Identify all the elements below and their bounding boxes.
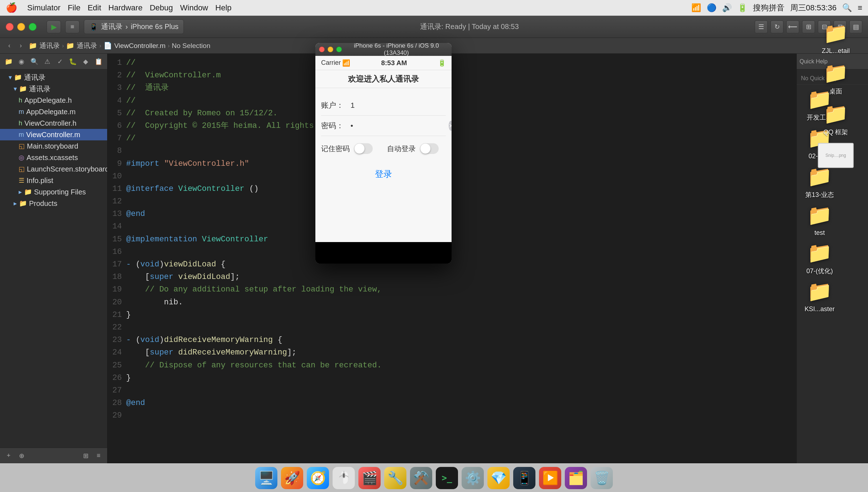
dock-settings[interactable]: ⚙️: [462, 467, 484, 489]
desktop-folder-zjl[interactable]: 📁 ZJL...etail: [814, 21, 857, 55]
symbol-icon[interactable]: ◉: [16, 57, 27, 67]
dock-mousepose[interactable]: 🖱️: [333, 467, 355, 489]
filter-button[interactable]: ⊕: [16, 451, 27, 461]
code-content[interactable]: // // ViewController.m // 通讯录 // // Crea…: [126, 57, 796, 460]
video-icon: 🎬: [362, 471, 378, 486]
dock-finder[interactable]: 🖥️: [255, 467, 277, 489]
nav-item-products[interactable]: ▸ 📁 Products: [0, 198, 107, 209]
nav-item-group[interactable]: ▾ 📁 通讯录: [0, 83, 107, 95]
add-file-button[interactable]: +: [4, 451, 14, 461]
battery-icon: 🔋: [738, 3, 747, 13]
control-center-icon[interactable]: ≡: [858, 3, 862, 13]
dock-app1[interactable]: 📱: [513, 467, 535, 489]
search-icon[interactable]: 🔍: [842, 3, 852, 13]
desktop-right-area: 📁 ZJL...etail 📁 桌面 📁 QQ 框架 Snip....png: [803, 16, 868, 463]
simulator-title: iPhone 6s - iPhone 6s / iOS 9.0 (13A340): [345, 43, 448, 57]
menu-hardware[interactable]: Hardware: [108, 3, 142, 13]
dock-trash[interactable]: 🗑️: [591, 467, 613, 489]
menu-window[interactable]: Window: [180, 3, 208, 13]
list-view-button[interactable]: ≡: [94, 451, 104, 461]
input-method[interactable]: 搜狗拼音: [753, 3, 784, 13]
products-expand-icon: ▸: [14, 199, 17, 207]
menu-debug[interactable]: Debug: [150, 3, 173, 13]
minimize-button[interactable]: [17, 23, 25, 31]
nav-forward-button[interactable]: ›: [16, 41, 26, 51]
nav-item-launchscreen[interactable]: ◱ LaunchScreen.storyboard: [0, 163, 107, 175]
dock-player[interactable]: ▶️: [539, 467, 561, 489]
apple-menu[interactable]: 🍎: [6, 2, 17, 13]
stop-button[interactable]: ■: [65, 20, 80, 33]
plist-icon: ☰: [19, 177, 24, 184]
back-forward-button[interactable]: ⟵: [786, 20, 799, 33]
code-editor[interactable]: 12345 678910 1112131415 1617181920 21222…: [108, 54, 796, 463]
nav-item-main-storyboard[interactable]: ◱ Main.storyboard: [0, 140, 107, 152]
breakpoint-icon[interactable]: ◆: [81, 57, 91, 67]
supporting-folder-icon2: 📁: [24, 188, 32, 196]
dock-tools[interactable]: 🔧: [384, 467, 406, 489]
remember-password-toggle[interactable]: [354, 143, 373, 154]
snip-thumbnail: Snip....png: [818, 143, 854, 168]
volume-icon: 🔊: [722, 3, 732, 13]
breadcrumb-root[interactable]: 通讯录: [39, 41, 60, 50]
search-nav-icon[interactable]: 🔍: [29, 57, 39, 67]
refresh-button[interactable]: ↻: [771, 20, 783, 33]
dock-video[interactable]: 🎬: [358, 467, 381, 489]
nav-item-info-plist[interactable]: ☰ Info.plist: [0, 175, 107, 186]
breadcrumb-sep2: ›: [99, 43, 101, 49]
menu-file[interactable]: File: [68, 3, 80, 13]
clear-password-button[interactable]: ✕: [449, 121, 452, 131]
menu-help[interactable]: Help: [215, 3, 232, 13]
project-icon[interactable]: 📁: [4, 57, 14, 67]
dock-launchpad[interactable]: 🚀: [281, 467, 303, 489]
nav-item-root-folder[interactable]: ▾ 📁 通讯录: [0, 72, 107, 83]
xcode-toolbar: ▶ ■ 📱 通讯录 › iPhone 6s Plus 通讯录: Ready | …: [0, 16, 868, 38]
account-input[interactable]: [350, 101, 446, 110]
code-editor-inner[interactable]: 12345 678910 1112131415 1617181920 21222…: [108, 54, 796, 463]
products-folder-icon: 📁: [19, 199, 27, 207]
dock-multi[interactable]: 🗂️: [565, 467, 587, 489]
nav-item-appdelegate-h[interactable]: h AppDelegate.h: [0, 95, 107, 106]
iphone-time: 8:53 AM: [350, 59, 438, 67]
navigator-toggle-button[interactable]: ☰: [755, 20, 768, 33]
dock-safari[interactable]: 🧭: [307, 467, 329, 489]
run-button[interactable]: ▶: [47, 20, 61, 33]
password-input[interactable]: [350, 121, 444, 130]
folder-qq-icon: 📁: [823, 102, 848, 126]
remember-password-label: 记住密码: [321, 144, 350, 154]
folder-icon2: 📁: [19, 85, 27, 93]
file-m-icon: m: [19, 108, 24, 116]
nav-label-viewcontroller-h: ViewController.h: [24, 119, 76, 127]
debug-icon[interactable]: 🐛: [68, 57, 78, 67]
auto-login-toggle[interactable]: [420, 143, 439, 154]
nav-item-viewcontroller-m[interactable]: m ViewController.m: [0, 129, 107, 140]
toggle-row: 记住密码 自动登录: [321, 136, 446, 160]
scheme-selector[interactable]: 📱 通讯录 › iPhone 6s Plus: [84, 19, 184, 34]
dock-sketch[interactable]: 💎: [487, 467, 510, 489]
nav-item-viewcontroller-h[interactable]: h ViewController.h: [0, 117, 107, 129]
desktop-folder-desktop[interactable]: 📁 桌面: [814, 61, 857, 96]
simulator-titlebar: iPhone 6s - iPhone 6s / iOS 9.0 (13A340): [315, 43, 452, 56]
nav-item-appdelegate-m[interactable]: m AppDelegate.m: [0, 106, 107, 117]
sim-minimize-button[interactable]: [328, 47, 333, 52]
login-button[interactable]: 登录: [375, 169, 392, 179]
grid-view-button[interactable]: ⊞: [81, 451, 91, 461]
dock-terminal[interactable]: >_: [436, 467, 458, 489]
snip-thumbnail-container[interactable]: Snip....png: [818, 143, 854, 168]
close-button[interactable]: [6, 23, 14, 31]
menu-simulator[interactable]: Simulator: [27, 3, 61, 13]
menu-edit[interactable]: Edit: [87, 3, 101, 13]
report-icon[interactable]: 📋: [94, 57, 104, 67]
breadcrumb-file[interactable]: ViewController.m: [114, 42, 166, 50]
folder-zjl-label: ZJL...etail: [822, 47, 850, 55]
nav-back-button[interactable]: ‹: [4, 41, 14, 51]
test-icon[interactable]: ✓: [55, 57, 65, 67]
nav-item-assets[interactable]: ◎ Assets.xcassets: [0, 152, 107, 163]
breadcrumb-group[interactable]: 通讯录: [77, 41, 97, 50]
issue-icon[interactable]: ⚠: [42, 57, 52, 67]
sim-close-button[interactable]: [319, 47, 325, 52]
dock-xcode[interactable]: ⚒️: [410, 467, 432, 489]
maximize-button[interactable]: [29, 23, 37, 31]
sim-maximize-button[interactable]: [336, 47, 342, 52]
nav-item-supporting-files[interactable]: ▸ 📁 Supporting Files: [0, 186, 107, 198]
desktop-folder-qq[interactable]: 📁 QQ 框架: [814, 102, 857, 136]
